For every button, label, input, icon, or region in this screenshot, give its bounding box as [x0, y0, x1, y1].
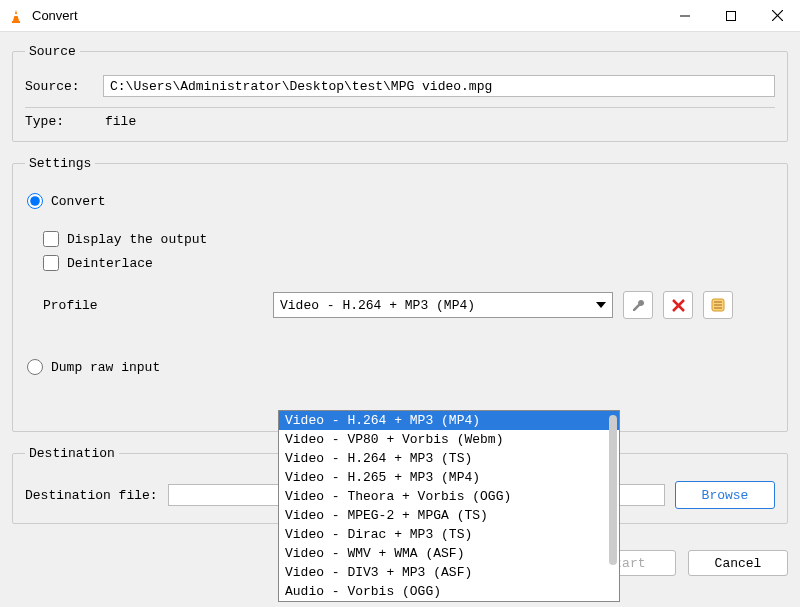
browse-button-label: Browse — [702, 488, 749, 503]
window-title: Convert — [32, 8, 662, 23]
profile-dropdown-list[interactable]: Video - H.264 + MP3 (MP4)Video - VP80 + … — [278, 410, 620, 602]
dump-radio[interactable]: Dump raw input — [27, 359, 775, 375]
dump-radio-input[interactable] — [27, 359, 43, 375]
profile-option[interactable]: Video - Theora + Vorbis (OGG) — [279, 487, 619, 506]
maximize-button[interactable] — [708, 0, 754, 32]
source-group: Source Source: Type: file — [12, 44, 788, 142]
profile-option[interactable]: Audio - Vorbis (OGG) — [279, 582, 619, 601]
browse-button[interactable]: Browse — [675, 481, 775, 509]
display-output-checkbox-input[interactable] — [43, 231, 59, 247]
vlc-icon — [8, 8, 24, 24]
profile-option[interactable]: Video - VP80 + Vorbis (Webm) — [279, 430, 619, 449]
type-label: Type: — [25, 114, 103, 129]
convert-radio-label: Convert — [51, 194, 106, 209]
deinterlace-checkbox[interactable]: Deinterlace — [43, 255, 775, 271]
dropdown-scrollbar[interactable] — [609, 415, 617, 565]
cancel-button[interactable]: Cancel — [688, 550, 788, 576]
close-button[interactable] — [754, 0, 800, 32]
delete-profile-button[interactable] — [663, 291, 693, 319]
svg-rect-4 — [727, 11, 736, 20]
convert-radio[interactable]: Convert — [27, 193, 775, 209]
profile-option[interactable]: Video - MPEG-2 + MPGA (TS) — [279, 506, 619, 525]
destination-file-label: Destination file: — [25, 488, 158, 503]
minimize-button[interactable] — [662, 0, 708, 32]
svg-rect-1 — [14, 14, 18, 16]
chevron-down-icon — [596, 302, 606, 308]
source-label: Source: — [25, 79, 103, 94]
profile-option[interactable]: Video - H.264 + MP3 (MP4) — [279, 411, 619, 430]
deinterlace-checkbox-input[interactable] — [43, 255, 59, 271]
destination-legend: Destination — [25, 446, 119, 461]
source-legend: Source — [25, 44, 80, 59]
divider — [25, 107, 775, 108]
cancel-button-label: Cancel — [715, 556, 762, 571]
convert-radio-input[interactable] — [27, 193, 43, 209]
svg-rect-2 — [12, 21, 20, 23]
dump-radio-label: Dump raw input — [51, 360, 160, 375]
display-output-label: Display the output — [67, 232, 207, 247]
settings-legend: Settings — [25, 156, 95, 171]
list-icon — [711, 298, 725, 312]
profile-option[interactable]: Video - H.264 + MP3 (TS) — [279, 449, 619, 468]
edit-profile-button[interactable] — [623, 291, 653, 319]
profile-option[interactable]: Video - DIV3 + MP3 (ASF) — [279, 563, 619, 582]
profile-combobox[interactable]: Video - H.264 + MP3 (MP4) — [273, 292, 613, 318]
wrench-icon — [631, 298, 646, 313]
display-output-checkbox[interactable]: Display the output — [43, 231, 775, 247]
settings-group: Settings Convert Display the output Dein… — [12, 156, 788, 432]
type-value: file — [103, 114, 136, 129]
profile-selected-text: Video - H.264 + MP3 (MP4) — [280, 298, 475, 313]
deinterlace-label: Deinterlace — [67, 256, 153, 271]
profile-label: Profile — [43, 298, 263, 313]
profile-option[interactable]: Video - WMV + WMA (ASF) — [279, 544, 619, 563]
new-profile-button[interactable] — [703, 291, 733, 319]
profile-option[interactable]: Video - Dirac + MP3 (TS) — [279, 525, 619, 544]
profile-option[interactable]: Video - H.265 + MP3 (MP4) — [279, 468, 619, 487]
source-input[interactable] — [103, 75, 775, 97]
title-bar: Convert — [0, 0, 800, 32]
delete-icon — [672, 299, 685, 312]
